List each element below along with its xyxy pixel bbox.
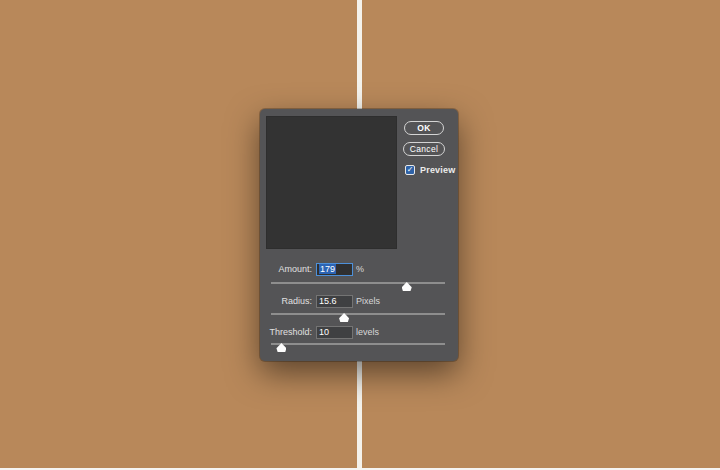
ok-button[interactable]: OK [404,121,444,135]
cancel-button[interactable]: Cancel [403,142,445,156]
amount-slider-track[interactable] [271,282,445,284]
radius-slider-thumb[interactable] [339,313,349,322]
amount-value: 179 [319,264,336,274]
threshold-label: Threshold: [260,326,312,339]
amount-unit: % [356,263,364,276]
preview-label: Preview [420,165,455,175]
threshold-slider-thumb[interactable] [276,343,286,352]
threshold-unit: levels [356,326,379,339]
amount-input[interactable]: 179 [316,263,353,276]
preview-toggle[interactable]: ✓ Preview [405,165,455,175]
threshold-slider-track[interactable] [271,343,445,345]
threshold-input[interactable]: 10 [316,326,353,339]
preview-thumbnail-art [267,117,396,248]
screenshot-root: OK Cancel ✓ Preview Amount: 179 % Radius… [0,0,720,470]
amount-label: Amount: [260,263,312,276]
radius-label: Radius: [260,295,312,308]
radius-input[interactable]: 15.6 [316,295,353,308]
radius-unit: Pixels [356,295,380,308]
dialog-preview-thumbnail[interactable] [266,116,397,249]
radius-slider-track[interactable] [271,313,445,315]
amount-slider-thumb[interactable] [402,282,412,291]
check-icon: ✓ [407,166,414,174]
preview-checkbox[interactable]: ✓ [405,165,415,175]
unsharp-mask-dialog: OK Cancel ✓ Preview Amount: 179 % Radius… [260,109,458,361]
